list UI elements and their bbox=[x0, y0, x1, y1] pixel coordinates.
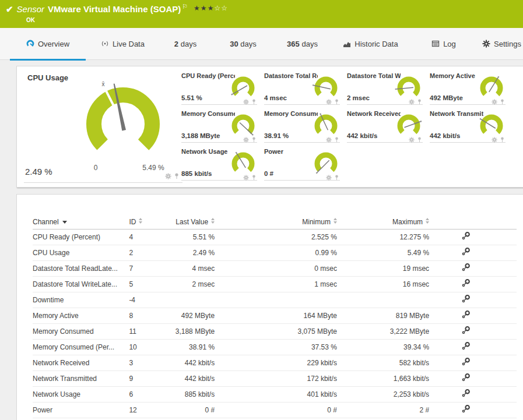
gauge-pin-icon[interactable] bbox=[252, 97, 256, 107]
channel-maximum: 12.275 % bbox=[337, 229, 429, 245]
small-gauge-value: 492 MByte bbox=[430, 94, 463, 101]
gauge-pin-icon[interactable] bbox=[500, 135, 504, 145]
gauge-gear-icon[interactable] bbox=[326, 172, 332, 183]
small-gauge-tile[interactable]: Datastore Total ReadLa... 4 msec bbox=[264, 69, 340, 105]
channel-id: 9 bbox=[129, 370, 165, 386]
channel-minimum: 0 # bbox=[215, 402, 337, 418]
channel-maximum bbox=[337, 292, 429, 308]
gauge-gear-icon[interactable] bbox=[326, 135, 332, 145]
gauge-pin-icon[interactable] bbox=[417, 97, 422, 107]
gauge-pin-icon[interactable] bbox=[252, 135, 256, 145]
channel-maximum: 1,663 kbit/s bbox=[337, 370, 429, 386]
table-row: Memory Consumed 11 3,188 MByte 3,075 MBy… bbox=[33, 323, 517, 339]
priority-flag-icon[interactable]: ⚐ bbox=[182, 3, 188, 10]
gauge-pin-icon[interactable] bbox=[335, 135, 339, 145]
gauge-gear-icon[interactable] bbox=[409, 97, 415, 107]
small-gauge-value: 442 kbit/s bbox=[347, 132, 377, 139]
channel-settings-icon[interactable] bbox=[461, 389, 471, 400]
gauge-gear-icon[interactable] bbox=[326, 97, 332, 107]
small-gauge-value: 442 kbit/s bbox=[430, 132, 460, 139]
tab-log[interactable]: Log bbox=[426, 28, 461, 60]
small-gauge-tile[interactable]: Memory Consumed (P... 38.91 % bbox=[264, 107, 340, 143]
gauge-pin-icon[interactable] bbox=[174, 171, 179, 182]
table-row: Network Received 3 442 kbit/s 229 kbit/s… bbox=[33, 355, 517, 370]
tab-settings[interactable]: Settings bbox=[480, 28, 523, 60]
small-gauge-tile[interactable]: Network Usage 885 kbit/s bbox=[181, 144, 257, 181]
column-header-channel[interactable]: Channel bbox=[33, 215, 129, 229]
priority-stars-empty[interactable]: ☆☆ bbox=[214, 4, 228, 12]
channel-minimum: 2.525 % bbox=[215, 229, 337, 245]
channel-minimum: 164 MByte bbox=[215, 308, 337, 323]
chart-icon bbox=[343, 29, 351, 61]
gauge-gear-icon[interactable] bbox=[165, 171, 171, 182]
small-gauge-title: Memory Consumed (P... bbox=[264, 110, 318, 117]
gauge-gear-icon[interactable] bbox=[492, 135, 497, 145]
channel-settings-icon[interactable] bbox=[461, 404, 471, 415]
column-header-last-value[interactable]: Last Value bbox=[165, 215, 215, 229]
channel-settings-icon[interactable] bbox=[461, 231, 471, 242]
table-row: Memory Consumed (Per... 10 38.91 % 37.53… bbox=[33, 339, 517, 355]
tab-365-days[interactable]: 365 days bbox=[280, 28, 324, 60]
small-gauge-value: 3,188 MByte bbox=[181, 132, 220, 139]
small-gauge-tile[interactable]: Datastore Total WriteL... 2 msec bbox=[347, 69, 423, 105]
small-gauge-tile[interactable]: Network Received 442 kbit/s bbox=[347, 107, 423, 143]
channel-id: 8 bbox=[129, 308, 165, 323]
small-gauge-value: 2 msec bbox=[347, 94, 370, 101]
main-gauge-title: CPU Usage bbox=[27, 73, 68, 82]
main-gauge-tile[interactable]: CPU Usage x̄ 0 5.49 % 2.49 % bbox=[24, 71, 182, 183]
channel-maximum: 3,222 MByte bbox=[337, 323, 429, 339]
channel-minimum: 0.99 % bbox=[215, 245, 337, 260]
channel-last-value: 442 kbit/s bbox=[165, 370, 215, 386]
priority-stars-filled[interactable]: ★★★ bbox=[194, 4, 214, 12]
small-gauge-tile[interactable]: Network Transmitted 442 kbit/s bbox=[430, 107, 506, 143]
tab-2-days[interactable]: 2 days bbox=[167, 28, 203, 60]
column-header-id[interactable]: ID bbox=[129, 215, 165, 229]
channel-name: Datastore Total WriteLate... bbox=[33, 276, 129, 292]
channel-name: CPU Usage bbox=[33, 245, 129, 260]
gauge-pin-icon[interactable] bbox=[417, 135, 422, 145]
small-gauge-tile[interactable]: Power 0 # bbox=[264, 144, 340, 181]
channel-settings-icon[interactable] bbox=[461, 310, 471, 321]
small-gauge-tile[interactable]: Memory Consumed 3,188 MByte bbox=[181, 107, 257, 143]
channel-settings-icon[interactable] bbox=[461, 247, 471, 258]
gauge-gear-icon[interactable] bbox=[243, 172, 249, 183]
column-header-minimum[interactable]: Minimum bbox=[215, 215, 337, 229]
table-row: Network Usage 6 885 kbit/s 401 kbit/s 2,… bbox=[33, 386, 517, 402]
small-gauge-tile[interactable]: CPU Ready (Percent) 5.51 % bbox=[181, 69, 257, 105]
channel-settings-icon[interactable] bbox=[461, 341, 471, 352]
table-row: Datastore Total WriteLate... 5 2 msec 1 … bbox=[33, 276, 517, 292]
channel-settings-icon[interactable] bbox=[461, 263, 471, 274]
channel-table-panel: Channel ID Last Value Minimum Maximum CP… bbox=[16, 194, 523, 420]
channel-last-value: 492 MByte bbox=[165, 308, 215, 323]
gauge-pin-icon[interactable] bbox=[335, 172, 339, 183]
gauge-pin-icon[interactable] bbox=[500, 97, 504, 107]
gauge-gear-icon[interactable] bbox=[409, 135, 415, 145]
tab-live-data[interactable]: Live Data bbox=[95, 28, 150, 60]
channel-last-value: 2 msec bbox=[165, 276, 215, 292]
gauge-gear-icon[interactable] bbox=[492, 97, 497, 107]
channel-table-body: CPU Ready (Percent) 4 5.51 % 2.525 % 12.… bbox=[33, 229, 517, 418]
small-gauge-title: Network Usage bbox=[181, 148, 227, 155]
channel-table: Channel ID Last Value Minimum Maximum CP… bbox=[33, 215, 517, 418]
gauge-gear-icon[interactable] bbox=[243, 135, 249, 145]
channel-settings-icon[interactable] bbox=[461, 326, 471, 337]
channel-settings-icon[interactable] bbox=[461, 294, 471, 305]
channel-settings-icon[interactable] bbox=[461, 357, 471, 368]
table-row: Network Transmitted 9 442 kbit/s 172 kbi… bbox=[33, 370, 517, 386]
tab-overview[interactable]: Overview bbox=[10, 28, 86, 60]
tab-historic-data[interactable]: Historic Data bbox=[337, 28, 404, 60]
small-gauge-title: Power bbox=[264, 148, 283, 155]
gauge-pin-icon[interactable] bbox=[335, 97, 339, 107]
channel-settings-icon[interactable] bbox=[461, 373, 471, 384]
channel-minimum: 172 kbit/s bbox=[215, 370, 337, 386]
channel-name: Memory Consumed (Per... bbox=[33, 339, 129, 355]
tab-30-days[interactable]: 30 days bbox=[223, 28, 263, 60]
column-header-maximum[interactable]: Maximum bbox=[337, 215, 429, 229]
gauge-pin-icon[interactable] bbox=[252, 172, 256, 183]
small-gauge-tile[interactable]: Memory Active 492 MByte bbox=[430, 69, 506, 105]
channel-settings-icon[interactable] bbox=[461, 278, 471, 290]
gauge-gear-icon[interactable] bbox=[243, 97, 249, 107]
channel-last-value: 0 # bbox=[165, 402, 215, 418]
small-gauge-value: 885 kbit/s bbox=[181, 170, 212, 177]
table-row: Power 12 0 # 0 # 2 # bbox=[33, 402, 517, 418]
